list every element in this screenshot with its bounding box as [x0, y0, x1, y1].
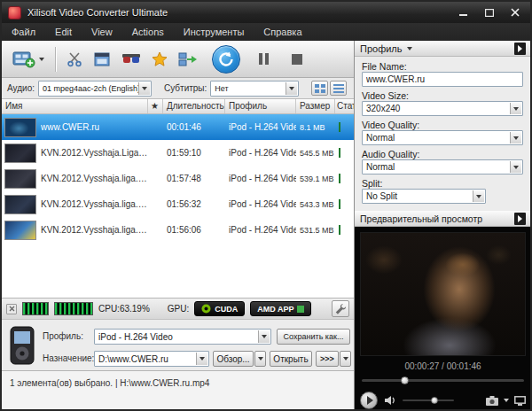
volume-knob[interactable] — [431, 397, 438, 404]
chevron-right-icon — [518, 215, 522, 222]
device-icon — [10, 326, 35, 365]
status-ok-led — [339, 199, 340, 209]
file-list: www.CWER.ru 00:01:46 iPod - H.264 Video … — [2, 114, 354, 298]
browse-button[interactable]: Обзор... — [213, 351, 254, 367]
collapse-panel-button[interactable] — [514, 43, 526, 55]
minimize-icon — [459, 9, 467, 17]
window-title: Xilisoft Video Converter Ultimate — [27, 7, 168, 18]
destination-label: Назначение: — [43, 353, 94, 363]
subtitles-select[interactable]: Нет — [210, 81, 299, 97]
pause-button[interactable] — [254, 45, 273, 74]
save-as-button[interactable]: Сохранить как... — [277, 329, 350, 345]
menu-item-help[interactable]: Справка — [254, 23, 311, 41]
status-bar: 1 элемента(ов) выбрано. | H:\www.CWER.ru… — [2, 370, 354, 409]
destination-select[interactable]: D:\www.CWER.ru — [94, 351, 209, 367]
file-row[interactable]: KVN.2012.Vysshaja.liga.Vtoraja.igra... 0… — [2, 217, 354, 243]
audio-track-select[interactable]: 01 mpeg4aac-2ch (English) — [38, 81, 152, 97]
file-row[interactable]: www.CWER.ru 00:01:46 iPod - H.264 Video … — [2, 114, 354, 140]
cpu-usage-text: CPU:63.19% — [98, 304, 150, 314]
convert-button[interactable] — [212, 45, 240, 74]
video-thumbnail — [4, 195, 36, 214]
add-files-dropdown-icon — [39, 58, 44, 61]
more-options-button[interactable] — [340, 351, 351, 367]
snapshot-options-icon[interactable] — [504, 399, 509, 402]
file-row[interactable]: KVN.2012.Vysshaja.liga.Chetvertaja... 01… — [2, 166, 354, 191]
maximize-button[interactable] — [477, 5, 501, 19]
chevron-down-icon — [343, 357, 348, 361]
chevron-down-icon — [262, 335, 267, 338]
status-ok-led — [339, 122, 340, 132]
gpu-label: GPU: — [168, 304, 189, 314]
hide-meter-button[interactable] — [6, 304, 17, 314]
menu-item-edit[interactable]: Edit — [45, 23, 82, 41]
column-rating[interactable]: ★ — [148, 99, 163, 113]
app-icon[interactable] — [8, 6, 21, 19]
status-ok-led — [339, 225, 340, 235]
column-size[interactable]: Размер — [296, 99, 335, 113]
audio-quality-select[interactable]: Normal — [362, 159, 523, 174]
close-button[interactable] — [503, 5, 527, 19]
seek-groove[interactable] — [362, 379, 524, 382]
split-select[interactable]: No Split — [362, 189, 486, 204]
seek-slider[interactable] — [362, 376, 524, 384]
column-duration[interactable]: Длительность — [163, 99, 225, 113]
playback-time: 00:00:27 / 00:01:46 — [355, 361, 531, 371]
list-view-icon — [333, 84, 344, 93]
volume-slider[interactable] — [403, 397, 454, 404]
file-name-input[interactable] — [362, 72, 523, 87]
list-view-button[interactable] — [330, 81, 347, 96]
grid-view-icon — [315, 84, 325, 93]
menu-item-file[interactable]: Файл — [2, 23, 45, 41]
toolbar-separator — [55, 47, 56, 72]
video-quality-select[interactable]: Normal — [362, 130, 523, 145]
effects-button[interactable] — [146, 45, 173, 74]
profile-label: Профиль: — [43, 331, 83, 341]
close-icon — [511, 8, 520, 17]
chevron-down-icon — [289, 87, 294, 90]
minimize-button[interactable] — [451, 5, 475, 19]
column-name[interactable]: Имя — [2, 99, 148, 113]
more-actions-button[interactable]: >>> — [316, 351, 339, 367]
menu-item-actions[interactable]: Actions — [122, 23, 174, 41]
play-button[interactable] — [360, 392, 378, 409]
menu-item-view[interactable]: View — [82, 23, 122, 41]
collapse-preview-button[interactable] — [514, 213, 526, 225]
crop-button[interactable] — [88, 45, 116, 74]
audio-track-value: 01 mpeg4aac-2ch (English) — [43, 84, 140, 93]
file-list-header: Имя ★ Длительность Профиль Размер Статус — [2, 99, 354, 114]
profile-value: iPod - H.264 Video — [98, 332, 173, 342]
merge-button[interactable] — [173, 45, 203, 74]
destination-value: D:\www.CWER.ru — [98, 354, 168, 364]
file-row[interactable]: KVN.2012.Vysshaja.liga.Tretija.igra.(...… — [2, 191, 354, 217]
video-size-select[interactable]: 320x240 — [362, 101, 523, 116]
add-files-button[interactable] — [7, 45, 50, 74]
video-thumbnail — [4, 143, 36, 163]
menu-item-tools[interactable]: Инструменты — [174, 23, 254, 41]
seek-knob[interactable] — [401, 376, 409, 384]
status-text: 1 элемента(ов) выбрано. | H:\www.CWER.ru… — [10, 378, 209, 388]
column-profile[interactable]: Профиль — [225, 99, 296, 113]
clip-button[interactable] — [61, 45, 88, 74]
fullscreen-icon[interactable] — [514, 396, 526, 406]
file-row[interactable]: KVN.2012.Vysshaja.Liga.1.4.Finala.I... 0… — [2, 140, 354, 166]
play-icon — [367, 396, 373, 405]
effect-3d-button[interactable] — [116, 45, 146, 74]
thumbnail-view-button[interactable] — [311, 81, 328, 96]
title-bar: Xilisoft Video Converter Ultimate — [2, 2, 530, 23]
open-button[interactable]: Открыть — [270, 351, 312, 367]
cuda-badge[interactable]: CUDA — [194, 301, 245, 316]
profile-select[interactable]: iPod - H.264 Video — [94, 329, 271, 345]
amd-app-badge[interactable]: AMD APP — [250, 301, 311, 316]
column-status[interactable]: Статус — [335, 99, 354, 113]
split-label: Split: — [362, 178, 382, 189]
playback-controls — [355, 390, 531, 411]
chevron-down-icon — [513, 107, 519, 111]
close-icon — [9, 306, 15, 312]
settings-button[interactable] — [332, 300, 349, 317]
snapshot-camera-icon[interactable] — [486, 396, 498, 406]
browse-options-button[interactable] — [254, 351, 266, 367]
stop-button[interactable] — [287, 45, 307, 74]
volume-icon[interactable] — [384, 395, 396, 406]
stream-selection-row: Аудио: 01 mpeg4aac-2ch (English) Субтитр… — [2, 78, 354, 99]
star-icon — [152, 51, 168, 67]
